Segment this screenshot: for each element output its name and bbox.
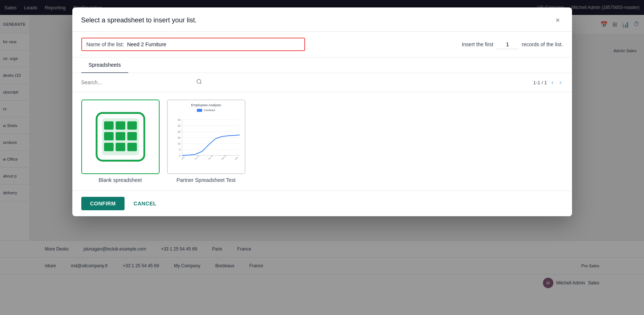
modal-footer: CONFIRM CANCEL (72, 190, 572, 216)
chart-legend: Contract (197, 108, 215, 112)
modal-inputs-row: Name of the list: Need 2 Furniture Inser… (72, 32, 572, 57)
pagination-prev-button[interactable]: ‹ (550, 78, 555, 87)
svg-rect-8 (116, 132, 125, 140)
list-name-value: Need 2 Furniture (127, 41, 166, 47)
svg-text:5: 5 (179, 148, 180, 151)
svg-rect-6 (127, 121, 137, 129)
pagination-info: 1-1 / 1 ‹ › (533, 78, 563, 87)
svg-text:2021: 2021 (180, 155, 185, 160)
chart-svg-container: 30 25 20 15 10 5 0 2021 (171, 114, 242, 170)
svg-rect-5 (116, 121, 125, 129)
svg-rect-4 (104, 121, 114, 129)
modal-header: Select a spreadsheet to insert your list… (72, 7, 572, 32)
cancel-button[interactable]: CANCEL (129, 197, 161, 210)
modal-search-bar: 1-1 / 1 ‹ › (72, 73, 572, 92)
insert-suffix: records of the list. (522, 41, 563, 47)
grid-item-blank[interactable]: Blank spreadsheet (81, 100, 160, 183)
insert-count-input[interactable] (496, 40, 519, 49)
svg-text:20: 20 (178, 130, 180, 133)
grid-item-partner[interactable]: Employees Analysis Contract (167, 100, 245, 183)
svg-text:0: 0 (179, 154, 180, 157)
svg-rect-11 (116, 143, 125, 151)
modal-grid: Blank spreadsheet Employees Analysis Con… (72, 92, 572, 190)
chart-title: Employees Analysis (191, 103, 221, 107)
blank-spreadsheet-thumb[interactable] (81, 100, 160, 174)
svg-rect-9 (127, 132, 137, 140)
close-button[interactable]: × (553, 15, 563, 25)
svg-text:25: 25 (178, 125, 180, 127)
svg-rect-7 (104, 132, 114, 140)
chart-svg: 30 25 20 15 10 5 0 2021 (171, 114, 242, 166)
partner-spreadsheet-label: Partner Spreadsheet Test (176, 177, 236, 183)
svg-text:10: 10 (178, 142, 180, 145)
svg-point-0 (197, 79, 201, 84)
svg-text:30: 30 (178, 119, 180, 121)
svg-text:15: 15 (178, 136, 180, 139)
confirm-button[interactable]: CONFIRM (81, 197, 125, 210)
insert-section: Insert the first records of the list. (462, 40, 563, 49)
blank-spreadsheet-label: Blank spreadsheet (99, 177, 142, 183)
insert-prefix: Insert the first (462, 41, 493, 47)
modal-title: Select a spreadsheet to insert your list… (81, 16, 197, 24)
list-name-container: Name of the list: Need 2 Furniture (81, 38, 305, 51)
tab-spreadsheets[interactable]: Spreadsheets (81, 57, 128, 73)
partner-spreadsheet-thumb[interactable]: Employees Analysis Contract (167, 100, 245, 174)
modal-dialog: Select a spreadsheet to insert your list… (72, 7, 572, 216)
list-name-label: Name of the list: (87, 41, 124, 47)
svg-rect-10 (104, 143, 114, 151)
blank-spreadsheet-icon (91, 107, 150, 167)
search-left (81, 78, 533, 87)
legend-color (197, 109, 202, 112)
svg-rect-12 (127, 143, 137, 151)
search-input[interactable] (81, 78, 193, 87)
svg-text:May: May (234, 156, 238, 160)
pagination-next-button[interactable]: › (558, 78, 563, 87)
legend-label: Contract (204, 108, 215, 112)
svg-line-1 (200, 83, 201, 84)
modal-tabs: Spreadsheets (72, 57, 572, 73)
pagination-text: 1-1 / 1 (533, 80, 547, 85)
search-icon (196, 79, 202, 86)
